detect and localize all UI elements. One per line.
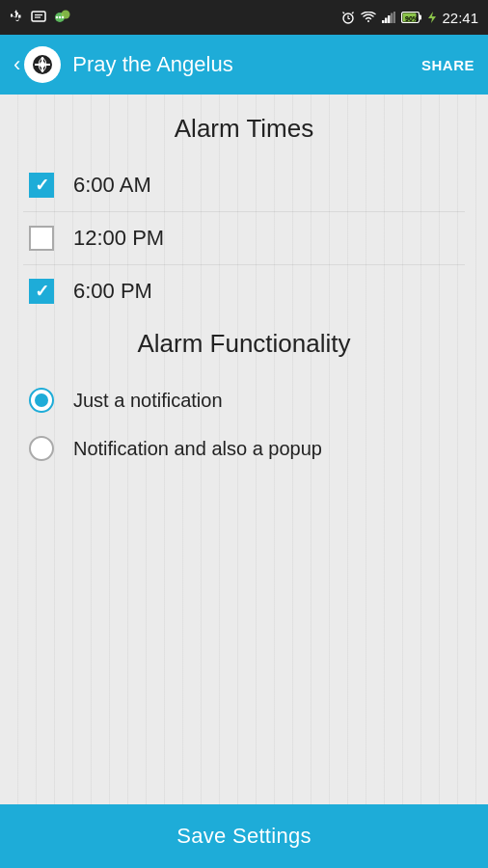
divider-1 (23, 211, 465, 212)
charging-icon (428, 12, 436, 23)
checkbox-6pm[interactable] (27, 277, 56, 306)
battery-icon: 90% (401, 12, 422, 23)
checkbox-6am[interactable] (27, 171, 56, 200)
save-settings-button[interactable]: Save Settings (0, 804, 488, 868)
svg-point-5 (56, 16, 58, 18)
svg-rect-16 (391, 14, 393, 24)
status-bar-right: 90% 22:41 (341, 10, 478, 26)
radio-label-notification: Just a notification (73, 390, 223, 412)
svg-rect-15 (388, 15, 391, 23)
alarm-icon (341, 11, 355, 24)
svg-point-24 (40, 62, 45, 68)
alarm-functionality-title: Alarm Functionality (23, 329, 465, 359)
app-title: Pray the Angelus (72, 52, 421, 77)
svg-line-12 (352, 13, 354, 14)
time-display: 22:41 (442, 10, 478, 26)
checkbox-12pm[interactable] (27, 224, 56, 253)
checkbox-box-12pm (29, 226, 54, 251)
alarm-times-section: Alarm Times 6:00 AM 12:00 PM 6:00 PM (23, 114, 465, 315)
checkbox-box-6am (29, 173, 54, 198)
main-content: Alarm Times 6:00 AM 12:00 PM 6:00 PM Al (0, 95, 488, 804)
svg-rect-13 (382, 20, 385, 23)
svg-rect-0 (32, 12, 45, 21)
app-icon (24, 46, 61, 83)
share-button[interactable]: SHARE (421, 57, 474, 73)
alarm-label-6am: 6:00 AM (73, 173, 151, 198)
status-bar: 90% 22:41 (0, 0, 488, 35)
svg-text:90%: 90% (405, 15, 420, 22)
svg-marker-22 (428, 12, 436, 23)
radio-notification[interactable] (27, 386, 56, 415)
status-bar-left (10, 10, 71, 25)
radio-label-popup: Notification and also a popup (73, 438, 322, 460)
save-button-label: Save Settings (176, 824, 312, 849)
radio-item-popup[interactable]: Notification and also a popup (23, 424, 465, 473)
svg-rect-17 (393, 12, 395, 23)
usb-icon (10, 10, 23, 25)
alarm-label-6pm: 6:00 PM (73, 279, 152, 304)
alarm-item-6pm[interactable]: 6:00 PM (23, 267, 465, 315)
alarm-times-title: Alarm Times (23, 114, 465, 144)
alarm-label-12pm: 12:00 PM (73, 226, 164, 251)
svg-line-11 (343, 13, 345, 14)
radio-popup[interactable] (27, 434, 56, 463)
svg-rect-14 (385, 18, 388, 24)
wifi-icon (361, 12, 376, 23)
divider-2 (23, 264, 465, 265)
checkbox-box-6pm (29, 279, 54, 304)
radio-inner-notification (35, 393, 48, 407)
app-bar: ‹ Pray the Angelus SHARE (0, 35, 488, 95)
signal-icon (382, 12, 395, 23)
svg-point-6 (59, 16, 61, 18)
message-icon (31, 11, 46, 24)
svg-rect-19 (420, 15, 422, 20)
alarm-functionality-section: Alarm Functionality Just a notification … (23, 329, 465, 473)
radio-outer-notification (29, 388, 54, 413)
radio-outer-popup (29, 436, 54, 461)
chat-icon (54, 10, 71, 25)
alarm-item-12pm[interactable]: 12:00 PM (23, 214, 465, 262)
alarm-item-6am[interactable]: 6:00 AM (23, 161, 465, 209)
radio-item-notification[interactable]: Just a notification (23, 376, 465, 424)
svg-point-7 (62, 16, 64, 18)
back-button[interactable]: ‹ (14, 52, 20, 77)
